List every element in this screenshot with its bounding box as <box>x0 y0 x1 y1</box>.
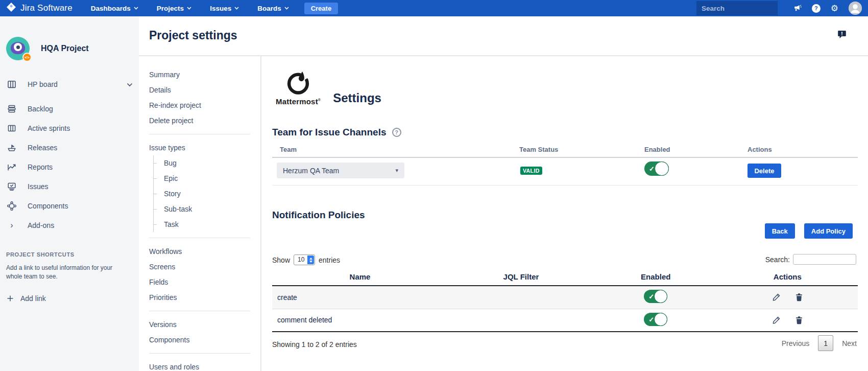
plus-icon <box>6 294 14 303</box>
settings-nav-epic[interactable]: Epic <box>154 171 260 186</box>
settings-nav-reindex[interactable]: Re-index project <box>149 98 260 113</box>
help-circle-icon[interactable]: ? <box>392 128 401 137</box>
col-name[interactable]: Name <box>272 270 448 286</box>
col-enabled[interactable]: Enabled <box>594 270 717 286</box>
settings-nav-bug[interactable]: Bug <box>154 155 260 171</box>
sidebar-item-reports[interactable]: Reports <box>0 157 139 177</box>
chart-icon <box>6 161 17 173</box>
settings-nav-issue-types[interactable]: Issue types <box>149 140 260 155</box>
sidebar-item-board-switcher[interactable]: HP board <box>0 75 139 94</box>
settings-nav-priorities[interactable]: Priorities <box>149 290 260 305</box>
policy-enabled-toggle[interactable]: ✓ <box>644 290 667 303</box>
page-header: Project settings <box>139 16 868 56</box>
backlog-icon <box>6 103 17 114</box>
team-col-actions: Actions <box>748 146 772 153</box>
settings-nav-delete-project[interactable]: Delete project <box>149 113 260 128</box>
policy-jql <box>448 309 594 332</box>
team-delete-button[interactable]: Delete <box>748 164 781 178</box>
settings-nav-components[interactable]: Components <box>149 332 260 347</box>
caret-down-icon: ▾ <box>395 167 398 174</box>
menu-issues[interactable]: Issues <box>210 5 239 12</box>
page-length-select[interactable]: 10 <box>294 254 315 265</box>
board-icon <box>6 79 17 90</box>
divider <box>272 157 858 158</box>
previous-page-button[interactable]: Previous <box>782 339 809 347</box>
policy-enabled-toggle[interactable]: ✓ <box>644 313 667 326</box>
divider <box>149 353 250 354</box>
settings-nav-details[interactable]: Details <box>149 82 260 98</box>
mattermost-logo: Mattermost® <box>276 69 321 106</box>
megaphone-icon[interactable] <box>793 4 802 13</box>
settings-nav-workflows[interactable]: Workflows <box>149 244 260 259</box>
policies-heading: Notification Policies <box>272 210 365 221</box>
settings-nav-fields[interactable]: Fields <box>149 274 260 290</box>
current-page-button[interactable]: 1 <box>818 335 833 351</box>
trash-icon[interactable] <box>795 293 803 302</box>
add-policy-button[interactable]: Add Policy <box>804 223 853 239</box>
team-enabled-toggle[interactable]: ✓ <box>644 161 669 176</box>
menu-boards[interactable]: Boards <box>257 5 289 12</box>
settings-nav-story[interactable]: Story <box>154 186 260 201</box>
policy-name: comment deleted <box>272 309 448 332</box>
global-search <box>696 1 778 15</box>
settings-nav-summary[interactable]: Summary <box>149 67 260 82</box>
pagination: Previous 1 Next <box>782 335 857 351</box>
top-navigation: Jira Software Dashboards Projects Issues… <box>0 0 868 16</box>
trash-icon[interactable] <box>795 316 803 324</box>
feedback-icon[interactable] <box>837 30 847 41</box>
menu-projects[interactable]: Projects <box>157 5 191 12</box>
edit-pencil-icon[interactable] <box>772 316 781 324</box>
next-page-button[interactable]: Next <box>842 339 857 347</box>
chevron-down-icon <box>187 7 191 10</box>
select-stepper-icon <box>307 256 314 264</box>
create-button[interactable]: Create <box>304 3 338 14</box>
team-col-team: Team <box>280 146 297 153</box>
edit-pencil-icon[interactable] <box>772 293 781 302</box>
settings-nav-subtask[interactable]: Sub-task <box>154 201 260 217</box>
menu-dashboards[interactable]: Dashboards <box>91 5 138 12</box>
table-info: Showing 1 to 2 of 2 entries <box>272 340 357 349</box>
project-shortcuts-heading: PROJECT SHORTCUTS <box>6 251 133 258</box>
project-avatar[interactable]: <> <box>6 37 30 60</box>
puzzle-icon <box>6 200 17 212</box>
help-icon[interactable]: ? <box>812 4 821 13</box>
code-badge-icon: <> <box>22 53 32 62</box>
project-shortcuts-description: Add a link to useful information for you… <box>6 264 121 281</box>
mattermost-wordmark: Mattermost® <box>276 97 321 106</box>
sidebar-item-active-sprints[interactable]: Active sprints <box>0 119 139 138</box>
monitor-check-icon <box>6 181 17 192</box>
policies-search-input[interactable] <box>793 254 856 265</box>
team-col-enabled: Enabled <box>644 146 670 153</box>
chevron-down-icon <box>284 7 289 10</box>
settings-nav-versions[interactable]: Versions <box>149 317 260 332</box>
gear-icon[interactable]: ⚙ <box>831 4 838 13</box>
project-settings-nav: Summary Details Re-index project Delete … <box>139 56 261 371</box>
policy-name: create <box>272 286 448 309</box>
col-jql[interactable]: JQL Filter <box>448 270 594 286</box>
back-button[interactable]: Back <box>765 223 795 239</box>
settings-nav-screens[interactable]: Screens <box>149 259 260 274</box>
search-input[interactable] <box>702 5 794 12</box>
jira-diamond-icon <box>6 2 16 15</box>
divider <box>149 238 250 238</box>
main-menu: Dashboards Projects Issues Boards <box>91 5 289 12</box>
jira-logo[interactable]: Jira Software <box>6 2 73 15</box>
project-name: HQA Project <box>41 44 89 53</box>
sidebar-item-add-ons[interactable]: › Add-ons <box>0 216 139 235</box>
sidebar-item-backlog[interactable]: Backlog <box>0 99 139 119</box>
plugin-header: Mattermost® Settings <box>276 69 381 106</box>
page-length-control: Show 10 entries <box>272 254 340 265</box>
settings-content: Mattermost® Settings Team for Issue Chan… <box>261 56 868 371</box>
jira-logo-text: Jira Software <box>20 3 73 13</box>
sidebar-item-releases[interactable]: Releases <box>0 138 139 157</box>
settings-nav-users-roles[interactable]: Users and roles <box>149 359 260 371</box>
plugin-settings-title: Settings <box>333 91 381 106</box>
user-avatar[interactable] <box>849 2 862 15</box>
add-link-button[interactable]: Add link <box>6 294 133 303</box>
col-actions[interactable]: Actions <box>717 270 858 286</box>
sidebar-item-components[interactable]: Components <box>0 196 139 216</box>
sidebar-item-issues[interactable]: Issues <box>0 177 139 196</box>
team-dropdown[interactable]: Herzum QA Team ▾ <box>277 163 404 178</box>
project-header: <> HQA Project <box>0 16 139 60</box>
settings-nav-task[interactable]: Task <box>154 217 260 232</box>
